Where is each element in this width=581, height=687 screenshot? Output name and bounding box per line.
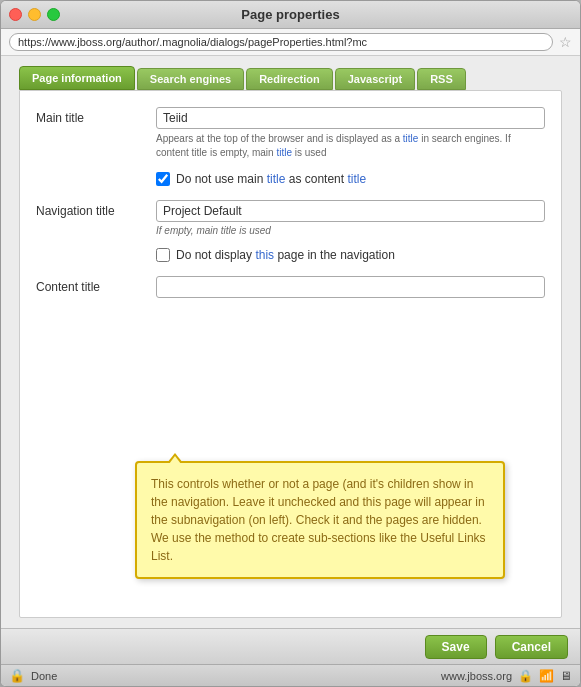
content-title-label: Content title — [36, 276, 156, 294]
maximize-button[interactable] — [47, 8, 60, 21]
tab-rss[interactable]: RSS — [417, 68, 466, 90]
navigation-title-field: If empty, main title is used — [156, 200, 545, 236]
navigation-title-label: Navigation title — [36, 200, 156, 218]
save-button[interactable]: Save — [425, 635, 487, 659]
tab-javascript[interactable]: Javascript — [335, 68, 415, 90]
tooltip: This controls whether or not a page (and… — [135, 461, 505, 579]
checkbox-title-link: title — [267, 172, 286, 186]
main-title-label: Main title — [36, 107, 156, 125]
statusbar-monitor-icon: 🖥 — [560, 669, 572, 683]
main-content: Page information Search engines Redirect… — [1, 56, 580, 628]
navigation-checkbox-row: Do not display this page in the navigati… — [156, 248, 545, 262]
main-title-checkbox-row: Do not use main title as content title — [156, 172, 545, 186]
statusbar-wifi-icon: 📶 — [539, 669, 554, 683]
main-title-field: Appears at the top of the browser and is… — [156, 107, 545, 160]
button-bar: Save Cancel — [1, 628, 580, 664]
hint-title-link: title — [403, 133, 419, 144]
content-title-row: Content title — [36, 276, 545, 298]
navigation-title-row: Navigation title If empty, main title is… — [36, 200, 545, 236]
main-title-checkbox-label: Do not use main title as content title — [176, 172, 366, 186]
titlebar: Page properties — [1, 1, 580, 29]
address-input[interactable] — [9, 33, 553, 51]
statusbar-left: 🔒 Done — [9, 668, 57, 683]
main-title-hint: Appears at the top of the browser and is… — [156, 132, 545, 160]
minimize-button[interactable] — [28, 8, 41, 21]
window-controls — [9, 8, 60, 21]
navigation-title-input[interactable] — [156, 200, 545, 222]
window-title: Page properties — [241, 7, 339, 22]
tab-page-information[interactable]: Page information — [19, 66, 135, 90]
tab-search-engines[interactable]: Search engines — [137, 68, 244, 90]
hint-title-link2: title — [276, 147, 292, 158]
addressbar: ☆ — [1, 29, 580, 56]
statusbar-url: www.jboss.org — [441, 670, 512, 682]
bookmark-icon[interactable]: ☆ — [559, 34, 572, 50]
navigation-checkbox[interactable] — [156, 248, 170, 262]
statusbar-status: Done — [31, 670, 57, 682]
statusbar-right: www.jboss.org 🔒 📶 🖥 — [441, 669, 572, 683]
cancel-button[interactable]: Cancel — [495, 635, 568, 659]
form-panel: Main title Appears at the top of the bro… — [19, 90, 562, 618]
statusbar-lock-icon: 🔒 — [518, 669, 533, 683]
tab-bar: Page information Search engines Redirect… — [19, 66, 562, 90]
checkbox-title-link2: title — [347, 172, 366, 186]
statusbar-icon: 🔒 — [9, 668, 25, 683]
statusbar: 🔒 Done www.jboss.org 🔒 📶 🖥 — [1, 664, 580, 686]
navigation-checkbox-label: Do not display this page in the navigati… — [176, 248, 395, 262]
main-title-checkbox[interactable] — [156, 172, 170, 186]
close-button[interactable] — [9, 8, 22, 21]
nav-this-link: this — [255, 248, 274, 262]
navigation-title-hint: If empty, main title is used — [156, 225, 545, 236]
content-title-field — [156, 276, 545, 298]
main-title-input[interactable] — [156, 107, 545, 129]
tab-redirection[interactable]: Redirection — [246, 68, 333, 90]
content-title-input[interactable] — [156, 276, 545, 298]
main-title-row: Main title Appears at the top of the bro… — [36, 107, 545, 160]
